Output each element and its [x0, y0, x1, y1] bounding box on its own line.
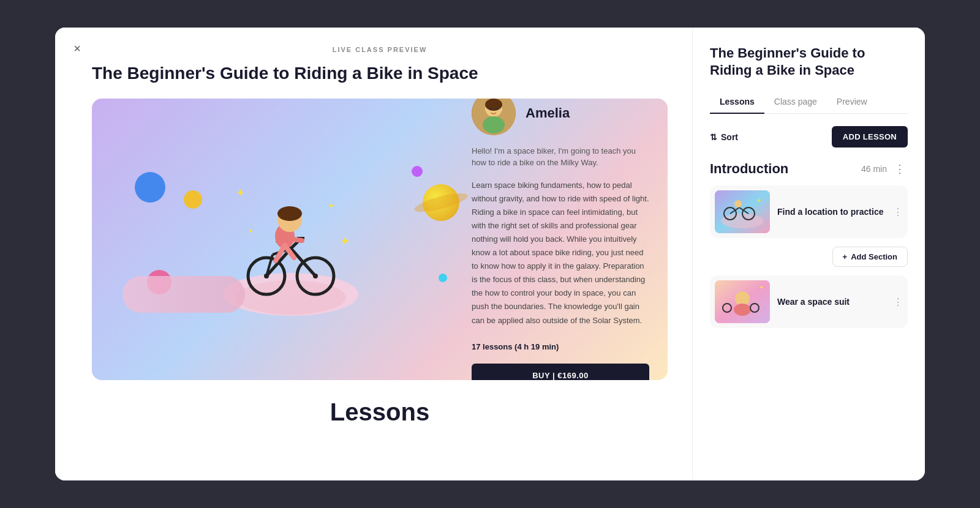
section-title: Introduction [710, 161, 788, 177]
svg-point-40 [734, 304, 751, 316]
instructor-name: Amelia [526, 105, 570, 121]
deco-circle-blue [135, 172, 165, 203]
left-panel: LIVE CLASS PREVIEW The Beginner's Guide … [55, 28, 692, 480]
svg-text:✦: ✦ [340, 234, 350, 248]
course-title-right: The Beginner's Guide to Riding a Bike in… [710, 45, 908, 78]
svg-text:✦: ✦ [759, 284, 764, 291]
section-dots-icon: ⋮ [894, 162, 905, 176]
sort-icon: ⇅ [710, 132, 717, 142]
tab-class-page[interactable]: Class page [764, 91, 827, 114]
lesson-menu-button-2[interactable]: ⋮ [893, 296, 903, 308]
deco-planet [423, 184, 459, 221]
instructor-avatar [472, 99, 516, 135]
lesson-title-1: Find a location to practice [777, 206, 883, 218]
sort-label: Sort [721, 132, 738, 142]
svg-text:✦: ✦ [236, 187, 245, 199]
svg-text:✦: ✦ [248, 228, 253, 234]
add-section-label: Add Section [851, 252, 897, 261]
tab-lessons[interactable]: Lessons [710, 91, 764, 114]
modal: × LIVE CLASS PREVIEW The Beginner's Guid… [55, 28, 925, 480]
deco-circle-yellow [184, 190, 202, 209]
close-icon: × [74, 42, 81, 56]
course-title-left: The Beginner's Guide to Riding a Bike in… [92, 63, 668, 84]
add-section-row: + Add Section [710, 247, 908, 267]
lesson-thumb-illustration-2: ✦ [715, 280, 770, 323]
sort-button[interactable]: ⇅ Sort [710, 132, 738, 142]
section-header: Introduction 46 min ⋮ [710, 160, 908, 178]
section-duration-text: 46 min [861, 164, 887, 174]
instructor-row: Amelia [472, 99, 649, 135]
svg-line-17 [285, 238, 302, 241]
add-section-plus-icon: + [843, 252, 848, 261]
instructor-bio: Hello! I'm a space biker, I'm going to t… [472, 145, 649, 169]
close-button[interactable]: × [67, 39, 87, 58]
lesson-card: ✦ Find a location to practice ⋮ [710, 185, 908, 238]
svg-text:✦: ✦ [756, 197, 761, 204]
lessons-section-title: Lessons [92, 398, 668, 426]
deco-small-purple [412, 166, 423, 177]
lesson-title-2: Wear a space suit [777, 296, 850, 308]
buy-button[interactable]: BUY | €169.00 [472, 364, 649, 380]
course-description: Learn space biking fundaments, how to pe… [472, 179, 649, 327]
tab-preview[interactable]: Preview [827, 91, 877, 114]
section-menu-button[interactable]: ⋮ [892, 160, 908, 178]
svg-point-27 [485, 99, 502, 111]
svg-text:✦: ✦ [328, 201, 335, 211]
deco-small-cyan [439, 274, 447, 282]
section-duration: 46 min ⋮ [861, 160, 908, 178]
lesson-dots-icon-2: ⋮ [893, 297, 903, 307]
lesson-card-2: ✦ Wear a space suit ⋮ [710, 275, 908, 328]
lessons-meta: 17 lessons (4 h 19 min) [472, 342, 649, 351]
svg-point-26 [483, 116, 505, 133]
live-class-label: LIVE CLASS PREVIEW [92, 46, 668, 53]
right-header: The Beginner's Guide to Riding a Bike in… [693, 28, 925, 114]
svg-line-7 [291, 248, 315, 276]
hero-image: ✦ ✦ ✦ ✦ [92, 99, 668, 380]
hero-info: Amelia Hello! I'm a space biker, I'm goi… [472, 99, 649, 380]
lesson-dots-icon-1: ⋮ [893, 207, 903, 217]
lesson-thumbnail-2: ✦ [715, 280, 770, 323]
add-lesson-button[interactable]: ADD LESSON [832, 126, 908, 148]
avatar-illustration [472, 99, 516, 135]
svg-point-16 [277, 206, 302, 221]
svg-point-28 [489, 108, 492, 110]
svg-point-29 [496, 108, 498, 110]
hero-scene: ✦ ✦ ✦ ✦ [110, 148, 472, 331]
lesson-thumbnail-1: ✦ [715, 190, 770, 233]
right-panel: The Beginner's Guide to Riding a Bike in… [692, 28, 925, 480]
add-section-button[interactable]: + Add Section [832, 247, 908, 267]
lesson-thumb-illustration-1: ✦ [715, 190, 770, 233]
svg-point-36 [734, 200, 742, 207]
deco-cloud [123, 276, 245, 313]
sort-add-row: ⇅ Sort ADD LESSON [710, 126, 908, 148]
right-body: ⇅ Sort ADD LESSON Introduction 46 min ⋮ [693, 114, 925, 480]
right-tabs: Lessons Class page Preview [710, 91, 908, 114]
lesson-menu-button-1[interactable]: ⋮ [893, 206, 903, 218]
